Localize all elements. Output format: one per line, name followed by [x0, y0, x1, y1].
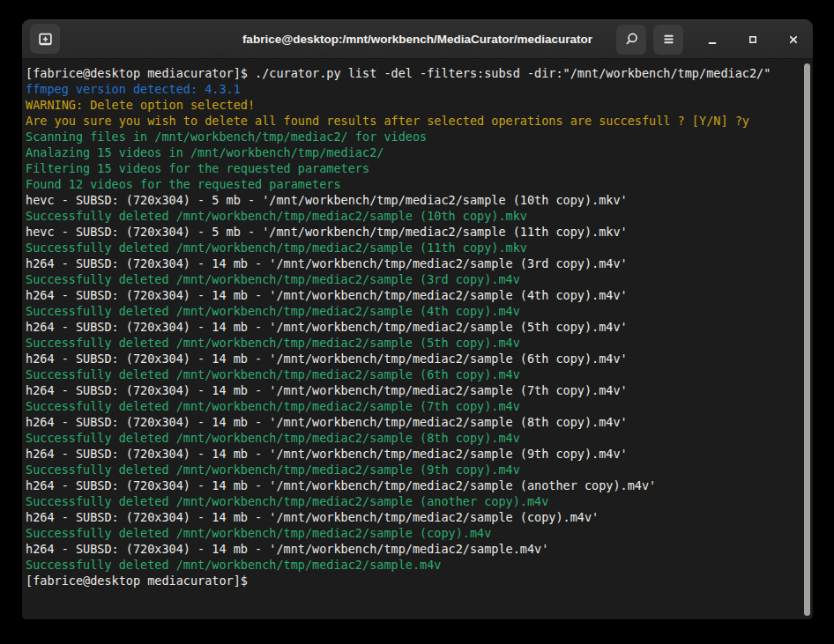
maximize-icon	[747, 33, 759, 46]
titlebar-controls	[616, 19, 805, 59]
terminal-line: Successfully deleted /mnt/workbench/tmp/…	[26, 366, 799, 382]
terminal-line: Successfully deleted /mnt/workbench/tmp/…	[26, 271, 799, 287]
terminal-line: h264 - SUBSD: (720x304) - 14 mb - '/mnt/…	[26, 382, 799, 398]
terminal-line: h264 - SUBSD: (720x304) - 14 mb - '/mnt/…	[26, 446, 799, 462]
terminal-line: Successfully deleted /mnt/workbench/tmp/…	[26, 398, 799, 414]
scrollbar-thumb[interactable]	[804, 63, 810, 616]
terminal-line: Successfully deleted /mnt/workbench/tmp/…	[26, 335, 799, 351]
terminal-line: Scanning files in /mnt/workbench/tmp/med…	[26, 129, 799, 144]
terminal-line: h264 - SUBSD: (720x304) - 14 mb - '/mnt/…	[26, 255, 799, 271]
terminal-line: Filtering 15 videos for the requested pa…	[26, 160, 799, 176]
terminal-line: Successfully deleted /mnt/workbench/tmp/…	[26, 493, 799, 509]
terminal-line: Successfully deleted /mnt/workbench/tmp/…	[26, 240, 799, 255]
terminal-line: Successfully deleted /mnt/workbench/tmp/…	[26, 557, 799, 573]
terminal-line: h264 - SUBSD: (720x304) - 14 mb - '/mnt/…	[26, 414, 799, 430]
terminal-line: Successfully deleted /mnt/workbench/tmp/…	[26, 208, 799, 224]
terminal-line: Successfully deleted /mnt/workbench/tmp/…	[26, 525, 799, 541]
terminal-line: WARNING: Delete option selected!	[26, 97, 799, 113]
search-button[interactable]	[616, 25, 646, 55]
terminal-line: h264 - SUBSD: (720x304) - 14 mb - '/mnt/…	[26, 477, 799, 493]
maximize-button[interactable]	[741, 28, 764, 51]
terminal-line: h264 - SUBSD: (720x304) - 14 mb - '/mnt/…	[26, 351, 799, 366]
new-tab-button[interactable]	[30, 24, 60, 54]
terminal-line: hevc - SUBSD: (720x304) - 5 mb - '/mnt/w…	[26, 224, 799, 240]
terminal-line: [fabrice@desktop mediacurator]$ ./curato…	[26, 65, 799, 81]
terminal-line: Found 12 videos for the requested parame…	[26, 176, 799, 192]
terminal-line: Analazing 15 videos in /mnt/workbench/tm…	[26, 144, 799, 160]
terminal-window: fabrice@desktop:/mnt/workbench/MediaCura…	[22, 19, 813, 619]
hamburger-menu-icon	[662, 33, 675, 46]
window-title: fabrice@desktop:/mnt/workbench/MediaCura…	[242, 33, 592, 46]
new-tab-icon	[38, 32, 53, 47]
terminal-line: h264 - SUBSD: (720x304) - 14 mb - '/mnt/…	[26, 509, 799, 525]
terminal-line: ffmpeg version detected: 4.3.1	[26, 81, 799, 97]
terminal-line: hevc - SUBSD: (720x304) - 5 mb - '/mnt/w…	[26, 192, 799, 208]
terminal-line: Successfully deleted /mnt/workbench/tmp/…	[26, 462, 799, 477]
close-button[interactable]	[782, 28, 805, 51]
menu-button[interactable]	[653, 25, 683, 55]
terminal-line: h264 - SUBSD: (720x304) - 14 mb - '/mnt/…	[26, 287, 799, 303]
terminal-line: Successfully deleted /mnt/workbench/tmp/…	[26, 430, 799, 446]
titlebar[interactable]: fabrice@desktop:/mnt/workbench/MediaCura…	[22, 19, 813, 59]
search-icon	[624, 32, 639, 47]
terminal-line: Successfully deleted /mnt/workbench/tmp/…	[26, 303, 799, 319]
terminal-line: Are you sure you wish to delete all foun…	[26, 113, 799, 129]
terminal-output: [fabrice@desktop mediacurator]$ ./curato…	[26, 65, 799, 588]
minimize-button[interactable]	[701, 28, 724, 51]
terminal-screen[interactable]: [fabrice@desktop mediacurator]$ ./curato…	[22, 59, 813, 619]
terminal-line: h264 - SUBSD: (720x304) - 14 mb - '/mnt/…	[26, 319, 799, 335]
terminal-line: h264 - SUBSD: (720x304) - 14 mb - '/mnt/…	[26, 541, 799, 557]
close-icon	[787, 33, 800, 46]
desktop-background: fabrice@desktop:/mnt/workbench/MediaCura…	[0, 0, 834, 644]
terminal-line: [fabrice@desktop mediacurator]$	[26, 573, 799, 588]
minimize-icon	[706, 33, 719, 46]
